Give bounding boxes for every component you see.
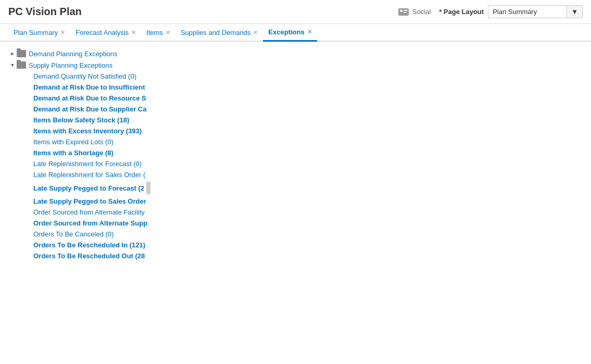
list-item: Demand Quantity Not Satisfied (0)	[33, 71, 583, 82]
dari-label[interactable]: Demand at Risk Due to Insufficient	[33, 83, 145, 91]
demand-planning-label[interactable]: Demand Planning Exceptions	[29, 50, 118, 58]
tab-forecast-analysis[interactable]: Forecast Analysis ✕	[70, 24, 141, 42]
tree-item-demand-planning: ► Demand Planning Exceptions	[8, 48, 583, 59]
svg-rect-3	[404, 12, 407, 13]
iwas-label[interactable]: Items with a Shortage (8)	[33, 149, 114, 157]
list-item: Demand at Risk Due to Supplier Ca	[33, 104, 583, 115]
tab-exceptions-label: Exceptions	[268, 28, 304, 36]
tab-forecast-analysis-close[interactable]: ✕	[131, 29, 136, 36]
list-item: Order Sourced from Alternate Facility	[33, 207, 583, 218]
list-item: Orders To Be Rescheduled In (121)	[33, 240, 583, 250]
list-item: Orders To Be Rescheduled Out (28	[33, 250, 583, 261]
lspso-label[interactable]: Late Supply Pegged to Sales Order	[33, 197, 146, 205]
svg-rect-0	[398, 8, 409, 16]
demand-planning-toggle[interactable]: ►	[8, 49, 17, 58]
tab-plan-summary[interactable]: Plan Summary ✕	[8, 24, 70, 42]
list-item: Items with Excess Inventory (393)	[33, 125, 583, 136]
list-item: Late Supply Pegged to Forecast (2	[33, 180, 583, 196]
tab-items-label: Items	[146, 29, 163, 36]
tab-supplies-and-demands[interactable]: Supplies and Demands ✕	[175, 24, 263, 42]
svg-rect-2	[404, 10, 408, 11]
svg-rect-1	[400, 10, 403, 12]
supply-planning-label[interactable]: Supply Planning Exceptions	[29, 61, 112, 69]
darrs-label[interactable]: Demand at Risk Due to Resource S	[33, 94, 146, 102]
tab-forecast-analysis-label: Forecast Analysis	[76, 29, 129, 36]
scroll-handle-indicator	[146, 182, 150, 194]
iwei-label[interactable]: Items with Excess Inventory (393)	[33, 127, 142, 135]
tab-supplies-and-demands-label: Supplies and Demands	[181, 29, 250, 36]
tabs-bar: Plan Summary ✕ Forecast Analysis ✕ Items…	[0, 24, 591, 42]
demand-planning-folder-icon	[17, 50, 26, 57]
tab-plan-summary-label: Plan Summary	[14, 29, 58, 36]
tab-plan-summary-close[interactable]: ✕	[60, 29, 65, 36]
otbc-label[interactable]: Orders To Be Canceled (0)	[33, 230, 114, 238]
iwel-label[interactable]: Items with Expired Lots (0)	[33, 138, 114, 146]
tab-exceptions-close[interactable]: ✕	[307, 29, 312, 35]
otbro-label[interactable]: Orders To Be Rescheduled Out (28	[33, 252, 145, 260]
lrfso-label[interactable]: Late Replenishment for Sales Order (	[33, 171, 145, 179]
lrff-label[interactable]: Late Replenishment for Forecast (0)	[33, 160, 142, 168]
osas-label[interactable]: Order Sourced from Alternate Supp	[33, 219, 147, 227]
list-item: Demand at Risk Due to Resource S	[33, 93, 583, 104]
tab-supplies-and-demands-close[interactable]: ✕	[253, 29, 258, 36]
header-actions: Social * Page Layout Plan Summary ▼	[398, 5, 583, 18]
page-layout-select[interactable]: Plan Summary ▼	[488, 5, 583, 18]
header: PC Vision Plan Social * Page Layout Plan…	[0, 0, 591, 24]
list-item: Items with a Shortage (8)	[33, 147, 583, 158]
lspf-label[interactable]: Late Supply Pegged to Forecast (2	[33, 184, 144, 192]
supply-planning-children: Demand Quantity Not Satisfied (0) Demand…	[8, 71, 583, 261]
osaf-label[interactable]: Order Sourced from Alternate Facility	[33, 208, 145, 216]
tab-items-close[interactable]: ✕	[166, 29, 170, 36]
social-svg-icon	[398, 7, 410, 17]
page-layout-asterisk-label: * Page Layout	[439, 8, 484, 16]
list-item: Orders To Be Canceled (0)	[33, 229, 583, 240]
social-icon	[398, 7, 410, 17]
list-item: Items with Expired Lots (0)	[33, 136, 583, 147]
supply-planning-toggle[interactable]: ▼	[8, 61, 17, 69]
list-item: Order Sourced from Alternate Supp	[33, 218, 583, 229]
social-button[interactable]: Social	[398, 7, 431, 17]
list-item: Items Below Safety Stock (18)	[33, 115, 583, 125]
list-item: Demand at Risk Due to Insufficient	[33, 82, 583, 93]
darsc-label[interactable]: Demand at Risk Due to Supplier Ca	[33, 105, 146, 113]
otbri-label[interactable]: Orders To Be Rescheduled In (121)	[33, 241, 145, 249]
page-layout-value: Plan Summary	[488, 6, 567, 18]
list-item: Late Replenishment for Sales Order (	[33, 169, 583, 180]
page-title: PC Vision Plan	[8, 6, 82, 18]
list-item: Late Replenishment for Forecast (0)	[33, 158, 583, 169]
list-item: Late Supply Pegged to Sales Order	[33, 196, 583, 207]
supply-planning-folder-icon	[17, 61, 26, 69]
dqns-label[interactable]: Demand Quantity Not Satisfied (0)	[33, 72, 136, 80]
page-layout-dropdown-arrow[interactable]: ▼	[567, 6, 582, 18]
social-label: Social	[412, 8, 431, 16]
content-area: ► Demand Planning Exceptions ▼ Supply Pl…	[0, 42, 591, 338]
ibss-label[interactable]: Items Below Safety Stock (18)	[33, 116, 129, 124]
page-layout-container: * Page Layout Plan Summary ▼	[439, 5, 583, 18]
tab-items[interactable]: Items ✕	[141, 24, 175, 42]
tree-item-supply-planning: ▼ Supply Planning Exceptions	[8, 59, 583, 71]
tab-exceptions[interactable]: Exceptions ✕	[263, 24, 317, 42]
